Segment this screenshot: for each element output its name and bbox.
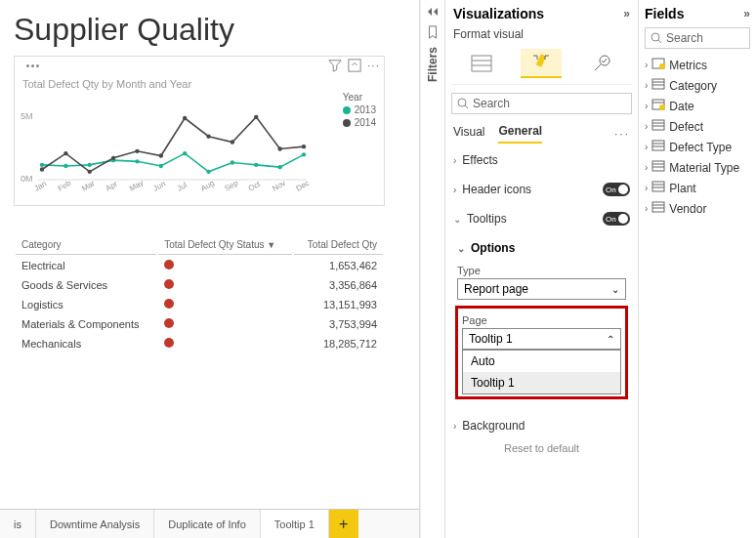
reset-link[interactable]: Reset to default (451, 442, 632, 454)
expand-icon[interactable]: » (623, 7, 630, 21)
filter-icon[interactable] (328, 59, 342, 72)
svg-line-49 (658, 40, 661, 43)
drag-handle-icon[interactable] (26, 64, 39, 67)
filters-rail[interactable]: Filters (420, 0, 445, 538)
svg-point-22 (183, 151, 187, 155)
format-visual-label: Format visual (451, 25, 632, 45)
field-item[interactable]: › Material Type (645, 157, 750, 178)
fields-search-input[interactable]: Search (645, 27, 750, 49)
analytics-tab[interactable] (581, 49, 622, 78)
table-icon (651, 181, 665, 195)
more-options-icon[interactable]: ··· (367, 59, 380, 72)
field-item[interactable]: › Metrics (645, 55, 750, 75)
table-row[interactable]: Mechanicals 18,285,712 (16, 335, 383, 352)
cell-category: Electrical (16, 257, 156, 274)
options-label: Options (471, 241, 515, 255)
focus-mode-icon[interactable] (348, 59, 361, 72)
visual-tab[interactable]: Visual (453, 125, 484, 143)
table-icon (651, 119, 665, 134)
table-row[interactable]: Goods & Services 3,356,864 (16, 276, 383, 294)
column-header[interactable]: Total Defect Qty Status ▼ (158, 237, 292, 255)
dropdown-item-tooltip1[interactable]: Tooltip 1 (463, 372, 620, 393)
svg-point-20 (135, 159, 139, 163)
collapse-icon[interactable] (426, 6, 440, 18)
svg-point-23 (206, 170, 210, 174)
svg-point-16 (40, 163, 44, 167)
table-icon (651, 78, 665, 93)
field-item[interactable]: › Category (645, 75, 750, 96)
column-header[interactable]: Category (16, 237, 156, 255)
svg-rect-40 (472, 56, 491, 71)
page-tab[interactable]: is (0, 510, 36, 538)
build-visual-tab[interactable] (461, 49, 502, 78)
report-canvas[interactable]: Supplier Quality ··· Total Defect Qty by… (0, 0, 420, 538)
field-item[interactable]: › Plant (645, 178, 750, 198)
field-item[interactable]: › Defect Type (645, 137, 750, 157)
line-chart-visual[interactable]: ··· Total Defect Qty by Month and Year Y… (14, 56, 385, 206)
more-options-icon[interactable]: ··· (614, 127, 630, 141)
cell-category: Mechanicals (16, 335, 156, 352)
type-select[interactable]: Report page ⌄ (457, 278, 626, 300)
chevron-down-icon: ⌄ (453, 214, 461, 225)
chart-legend: Year 2013 2014 (343, 92, 376, 130)
column-header[interactable]: Total Defect Qty (294, 237, 383, 255)
chevron-right-icon: › (645, 80, 648, 91)
field-item[interactable]: › Date (645, 96, 750, 116)
search-icon (651, 32, 662, 44)
svg-point-29 (63, 151, 67, 155)
background-label: Background (462, 419, 525, 433)
svg-line-47 (465, 105, 468, 108)
category-table[interactable]: CategoryTotal Defect Qty Status ▼Total D… (14, 235, 385, 354)
svg-line-45 (595, 64, 601, 70)
field-label: Vendor (669, 202, 706, 216)
chevron-right-icon: › (645, 101, 648, 111)
table-icon (651, 58, 665, 72)
svg-text:Dec: Dec (295, 179, 312, 193)
general-tab[interactable]: General (498, 124, 542, 144)
page-label: Page (462, 314, 621, 326)
options-header[interactable]: ⌄Options (457, 237, 626, 261)
section-tooltips[interactable]: ⌄Tooltips On (451, 206, 632, 231)
field-label: Category (669, 79, 717, 93)
viz-search-input[interactable]: Search (451, 93, 632, 114)
table-row[interactable]: Logistics 13,151,993 (16, 296, 383, 313)
field-item[interactable]: › Vendor (645, 198, 750, 219)
svg-text:5M: 5M (21, 111, 33, 121)
section-effects[interactable]: ›Effects (451, 147, 632, 173)
section-background[interactable]: ›Background (451, 413, 632, 438)
page-select[interactable]: Tooltip 1 ⌃ (462, 328, 621, 350)
svg-point-46 (458, 99, 466, 106)
add-page-button[interactable]: + (329, 510, 358, 538)
field-label: Metrics (669, 59, 707, 72)
svg-text:Nov: Nov (271, 179, 287, 193)
tooltips-toggle[interactable]: On (603, 212, 630, 226)
page-tabs: isDowntime AnalysisDuplicate of InfoTool… (0, 509, 419, 538)
svg-rect-70 (652, 202, 664, 212)
chart-plot: 5M 0M JanFebMarAprMayJunJulAugSepOctNovD… (19, 92, 312, 199)
cell-category: Goods & Services (16, 276, 156, 294)
section-header-icons[interactable]: ›Header icons On (451, 177, 632, 202)
chevron-down-icon: ⌄ (611, 284, 619, 295)
expand-icon[interactable]: » (743, 7, 750, 21)
format-visual-tab[interactable] (521, 49, 562, 78)
chevron-right-icon: › (645, 162, 648, 173)
table-row[interactable]: Electrical 1,653,462 (16, 257, 383, 274)
fields-header: Fields (645, 6, 684, 21)
status-dot-icon (164, 318, 174, 328)
svg-rect-0 (349, 60, 360, 71)
bookmark-icon[interactable] (426, 25, 440, 39)
svg-point-31 (111, 156, 115, 160)
field-item[interactable]: › Defect (645, 116, 750, 137)
field-label: Material Type (669, 161, 739, 175)
cell-status (158, 315, 292, 333)
table-row[interactable]: Materials & Components 3,753,994 (16, 315, 383, 333)
dropdown-item-auto[interactable]: Auto (463, 351, 620, 372)
page-tab[interactable]: Duplicate of Info (154, 510, 261, 538)
legend-item-2014: 2014 (355, 117, 376, 128)
page-tab[interactable]: Downtime Analysis (36, 510, 154, 538)
svg-text:May: May (128, 178, 146, 192)
page-tab[interactable]: Tooltip 1 (261, 510, 329, 538)
svg-point-26 (277, 165, 281, 169)
toggle-on: On (606, 215, 616, 224)
header-icons-toggle[interactable]: On (603, 183, 630, 196)
